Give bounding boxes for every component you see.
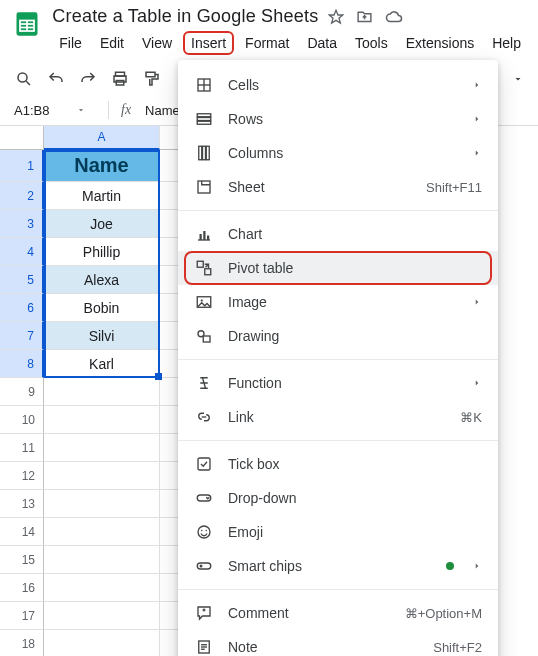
menu-item-tick-box[interactable]: Tick box: [178, 447, 498, 481]
menu-item-rows[interactable]: Rows: [178, 102, 498, 136]
cell[interactable]: [44, 630, 160, 656]
header: Create a Table in Google Sheets FileEdit…: [0, 0, 538, 55]
menu-insert[interactable]: Insert: [183, 31, 234, 55]
cell[interactable]: [44, 462, 160, 490]
cell[interactable]: [44, 490, 160, 518]
row-header[interactable]: 12: [0, 462, 44, 490]
svg-rect-18: [199, 146, 202, 160]
paint-format-icon[interactable]: [142, 69, 162, 89]
name-box[interactable]: A1:B8: [14, 103, 70, 118]
svg-rect-24: [203, 231, 205, 240]
svg-rect-21: [198, 181, 210, 193]
svg-point-37: [206, 530, 208, 532]
cloud-status-icon[interactable]: [385, 8, 403, 26]
menu-item-pivot-table[interactable]: Pivot table: [178, 251, 498, 285]
menu-item-label: Cells: [228, 77, 458, 93]
menu-item-emoji[interactable]: Emoji: [178, 515, 498, 549]
menu-format[interactable]: Format: [238, 31, 296, 55]
cell[interactable]: Alexa: [44, 266, 160, 294]
smartchips-icon: [194, 556, 214, 576]
drawing-icon: [194, 326, 214, 346]
cell[interactable]: Martin: [44, 182, 160, 210]
menu-item-cells[interactable]: Cells: [178, 68, 498, 102]
menu-item-chart[interactable]: Chart: [178, 217, 498, 251]
cell[interactable]: Name: [44, 150, 160, 182]
menu-item-label: Drawing: [228, 328, 482, 344]
row-header[interactable]: 13: [0, 490, 44, 518]
row-header[interactable]: 15: [0, 546, 44, 574]
menu-edit[interactable]: Edit: [93, 31, 131, 55]
row-header[interactable]: 5: [0, 266, 44, 294]
svg-rect-11: [146, 72, 155, 77]
print-icon[interactable]: [110, 69, 130, 89]
name-box-caret-icon[interactable]: [76, 105, 86, 115]
svg-rect-38: [197, 563, 211, 569]
menu-item-comment[interactable]: Comment⌘+Option+M: [178, 596, 498, 630]
row-header[interactable]: 10: [0, 406, 44, 434]
emoji-icon: [194, 522, 214, 542]
move-icon[interactable]: [356, 8, 373, 26]
cell[interactable]: [44, 518, 160, 546]
cell[interactable]: [44, 574, 160, 602]
column-header[interactable]: A: [44, 126, 160, 150]
select-all-corner[interactable]: [0, 126, 44, 150]
formula-text[interactable]: Name: [145, 103, 180, 118]
cell[interactable]: [44, 546, 160, 574]
row-header[interactable]: 9: [0, 378, 44, 406]
toolbar-more-caret-icon[interactable]: [512, 73, 524, 85]
row-header[interactable]: 7: [0, 322, 44, 350]
cell[interactable]: Phillip: [44, 238, 160, 266]
doc-title[interactable]: Create a Table in Google Sheets: [52, 6, 318, 27]
menu-item-image[interactable]: Image: [178, 285, 498, 319]
row-header[interactable]: 14: [0, 518, 44, 546]
function-icon: [194, 373, 214, 393]
row-header[interactable]: 4: [0, 238, 44, 266]
cell[interactable]: Karl: [44, 350, 160, 378]
search-icon[interactable]: [14, 69, 34, 89]
undo-icon[interactable]: [46, 69, 66, 89]
row-header[interactable]: 8: [0, 350, 44, 378]
row-header[interactable]: 2: [0, 182, 44, 210]
menu-item-drop-down[interactable]: Drop-down: [178, 481, 498, 515]
row-header[interactable]: 6: [0, 294, 44, 322]
menu-shortcut: Shift+F11: [426, 180, 482, 195]
row-header[interactable]: 11: [0, 434, 44, 462]
cell[interactable]: Joe: [44, 210, 160, 238]
cell[interactable]: [44, 406, 160, 434]
submenu-arrow-icon: [472, 114, 482, 124]
star-icon[interactable]: [328, 8, 344, 26]
svg-rect-17: [197, 121, 211, 124]
menu-view[interactable]: View: [135, 31, 179, 55]
menu-tools[interactable]: Tools: [348, 31, 395, 55]
menu-help[interactable]: Help: [485, 31, 528, 55]
menu-item-label: Tick box: [228, 456, 482, 472]
menu-item-smart-chips[interactable]: Smart chips: [178, 549, 498, 583]
menu-item-columns[interactable]: Columns: [178, 136, 498, 170]
menu-item-function[interactable]: Function: [178, 366, 498, 400]
cell[interactable]: [44, 602, 160, 630]
menu-item-label: Emoji: [228, 524, 482, 540]
menu-item-sheet[interactable]: SheetShift+F11: [178, 170, 498, 204]
menu-item-label: Link: [228, 409, 446, 425]
row-header[interactable]: 16: [0, 574, 44, 602]
submenu-arrow-icon: [472, 80, 482, 90]
menu-file[interactable]: File: [52, 31, 89, 55]
menu-data[interactable]: Data: [300, 31, 344, 55]
menu-item-drawing[interactable]: Drawing: [178, 319, 498, 353]
menu-extensions[interactable]: Extensions: [399, 31, 481, 55]
row-header[interactable]: 1: [0, 150, 44, 182]
row-header[interactable]: 18: [0, 630, 44, 656]
cell[interactable]: [44, 434, 160, 462]
svg-rect-31: [203, 336, 210, 342]
rows-icon: [194, 109, 214, 129]
svg-marker-5: [330, 10, 343, 23]
cell[interactable]: Silvi: [44, 322, 160, 350]
row-header[interactable]: 3: [0, 210, 44, 238]
cell[interactable]: [44, 378, 160, 406]
menu-item-note[interactable]: NoteShift+F2: [178, 630, 498, 656]
row-header[interactable]: 17: [0, 602, 44, 630]
redo-icon[interactable]: [78, 69, 98, 89]
note-icon: [194, 637, 214, 656]
cell[interactable]: Bobin: [44, 294, 160, 322]
menu-item-link[interactable]: Link⌘K: [178, 400, 498, 434]
